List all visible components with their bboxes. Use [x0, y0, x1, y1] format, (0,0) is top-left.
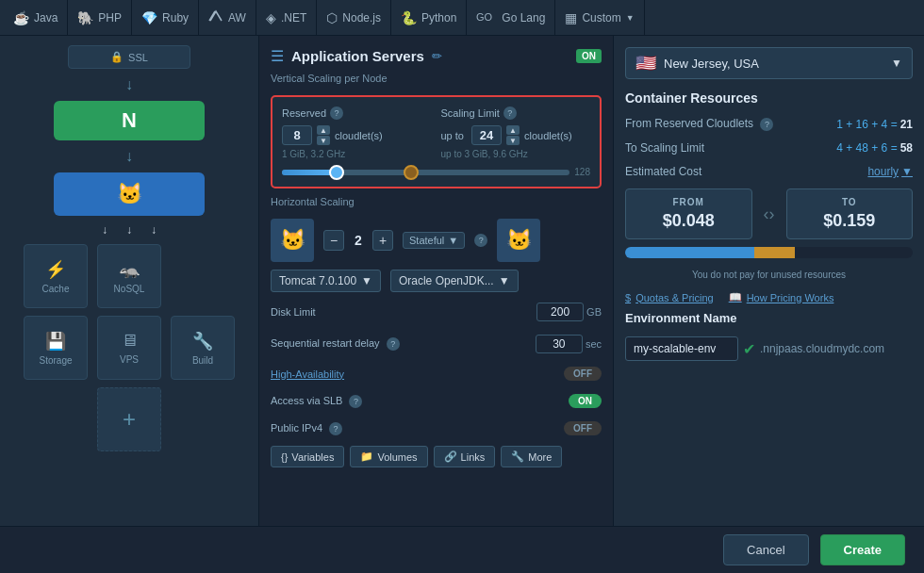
jdk-version-dropdown[interactable]: Oracle OpenJDK... ▼: [390, 270, 519, 292]
book-icon: 📖: [729, 291, 742, 303]
region-selector[interactable]: 🇺🇸 New Jersey, USA ▼: [625, 47, 913, 79]
panel-header: ☰ Application Servers ✏ ON: [271, 47, 602, 65]
from-cloudlets-help-icon[interactable]: ?: [760, 118, 773, 131]
scaling-arrows[interactable]: ▲ ▼: [506, 125, 520, 145]
access-slb-toggle[interactable]: ON: [569, 394, 602, 408]
restart-delay-row: Sequential restart delay ? sec: [271, 332, 602, 356]
restart-delay-input[interactable]: [536, 335, 583, 353]
to-price-box: TO $0.159: [786, 188, 914, 239]
public-ipv4-help-icon[interactable]: ?: [329, 422, 342, 435]
stateful-dropdown[interactable]: Stateful ▼: [403, 232, 465, 249]
to-total: 58: [900, 141, 913, 155]
high-availability-toggle[interactable]: OFF: [564, 367, 602, 381]
java-icon: ☕: [13, 10, 29, 25]
tab-golang[interactable]: GO Go Lang: [467, 0, 555, 35]
tab-python[interactable]: 🐍 Python: [391, 0, 467, 35]
scaling-cloudlets-label: cloudlet(s): [524, 130, 572, 141]
env-name-input[interactable]: [625, 336, 738, 361]
tomcat-icon-horiz-right: 🐱: [497, 219, 540, 262]
quotas-pricing-link[interactable]: $ Quotas & Pricing: [625, 292, 714, 303]
add-block[interactable]: +: [97, 387, 161, 451]
slider-max-label: 128: [574, 167, 590, 177]
nosql-block[interactable]: 🦡 NoSQL: [97, 244, 161, 308]
storage-block[interactable]: 💾 Storage: [24, 316, 88, 380]
vps-icon: 🖥: [121, 331, 138, 351]
env-domain: .nnjpaas.cloudmydc.com: [760, 342, 884, 355]
public-ipv4-toggle[interactable]: OFF: [564, 421, 602, 435]
tab-ruby[interactable]: 💎 Ruby: [132, 0, 199, 35]
cost-period-dropdown[interactable]: hourly ▼: [867, 165, 913, 178]
cache-block[interactable]: ⚡ Cache: [24, 244, 88, 308]
bottom-row: ⚡ Cache 🦡 NoSQL: [24, 244, 235, 308]
scaling-up-arrow[interactable]: ▲: [506, 125, 520, 135]
restart-help-icon[interactable]: ?: [387, 337, 400, 351]
reserved-section: Reserved ? 8 ▲ ▼ cloudlet(s) 1 GiB, 3.2 …: [282, 106, 432, 159]
volumes-button[interactable]: 📁 Volumes: [350, 446, 427, 467]
more-button[interactable]: 🔧 More: [501, 446, 562, 467]
tab-java[interactable]: ☕ Java: [4, 0, 68, 35]
high-availability-row: High-Availability OFF: [271, 364, 602, 384]
on-badge[interactable]: ON: [576, 49, 602, 63]
scaling-help-icon[interactable]: ?: [503, 106, 517, 120]
tab-aw[interactable]: AW: [199, 0, 256, 35]
links-button[interactable]: 🔗 Links: [434, 446, 496, 467]
how-pricing-link[interactable]: 📖 How Pricing Works: [729, 291, 834, 303]
node-count-minus[interactable]: −: [323, 230, 344, 251]
reserved-up-arrow[interactable]: ▲: [317, 125, 330, 135]
chevron-down-icon: ▼: [626, 13, 635, 23]
tomcat-version-dropdown[interactable]: Tomcat 7.0.100 ▼: [271, 270, 381, 292]
high-availability-link[interactable]: High-Availability: [271, 368, 344, 380]
more-icon: 🔧: [511, 450, 524, 463]
node-count-plus[interactable]: +: [372, 230, 393, 251]
to-cloudlets-math: 4 + 48 + 6 = 58: [836, 141, 913, 155]
disk-limit-unit: GB: [586, 306, 602, 318]
disk-limit-input[interactable]: [536, 303, 584, 321]
build-block[interactable]: 🔧 Build: [171, 316, 235, 380]
reserved-help-icon[interactable]: ?: [330, 106, 343, 120]
nginx-block[interactable]: N: [54, 101, 205, 140]
cost-period-chevron-icon: ▼: [901, 165, 913, 178]
slider-track[interactable]: [282, 170, 569, 175]
cancel-button[interactable]: Cancel: [723, 534, 808, 565]
stateful-dropdown-arrow: ▼: [448, 235, 458, 246]
volumes-icon: 📁: [360, 450, 373, 463]
tab-net-label: .NET: [281, 11, 306, 25]
nginx-icon: N: [122, 108, 137, 133]
edit-icon[interactable]: ✏: [432, 49, 442, 63]
tomcat-block[interactable]: 🐱: [54, 172, 205, 216]
arrow-down-4: ↓: [126, 223, 132, 237]
estimated-cost-row: Estimated Cost hourly ▼: [625, 165, 913, 178]
tab-net[interactable]: ◈ .NET: [256, 0, 317, 35]
disk-limit-label: Disk Limit: [271, 306, 316, 318]
tab-nodejs-label: Node.js: [342, 11, 381, 25]
slider-row: 128: [282, 167, 590, 177]
quotas-pricing-label: Quotas & Pricing: [635, 292, 714, 303]
env-input-row: ✔ .nnjpaas.cloudmydc.com: [625, 336, 913, 361]
tab-php-label: PHP: [98, 11, 122, 25]
tab-nodejs[interactable]: ⬡ Node.js: [317, 0, 391, 35]
slider-thumb-scaling[interactable]: [404, 165, 419, 180]
top-navigation: ☕ Java 🐘 PHP 💎 Ruby AW ◈ .NET ⬡ Node.js …: [0, 0, 924, 36]
public-ipv4-row: Public IPv4 ? OFF: [271, 418, 602, 438]
tab-php[interactable]: 🐘 PHP: [68, 0, 132, 35]
reserved-down-arrow[interactable]: ▼: [317, 136, 330, 145]
scaling-value: 24: [471, 125, 502, 145]
resources-title: Container Resources: [625, 90, 913, 106]
tab-custom[interactable]: ▦ Custom ▼: [555, 0, 644, 35]
access-slb-help-icon[interactable]: ?: [349, 395, 362, 408]
to-price-value: $0.159: [795, 211, 905, 231]
vps-block[interactable]: 🖥 VPS: [97, 316, 161, 380]
action-bar: Cancel Create: [0, 526, 924, 573]
reserved-arrows[interactable]: ▲ ▼: [317, 125, 330, 145]
stateful-help-icon[interactable]: ?: [474, 234, 487, 247]
svg-text:GO: GO: [476, 11, 493, 23]
variables-button[interactable]: {} Variables: [271, 446, 344, 467]
python-icon: 🐍: [401, 10, 417, 25]
slider-thumb-reserved[interactable]: [329, 165, 344, 180]
scaling-down-arrow[interactable]: ▼: [506, 136, 520, 145]
pricing-progress-bar: [625, 247, 913, 258]
ssl-block[interactable]: 🔒 SSL: [68, 45, 190, 69]
create-button[interactable]: Create: [820, 534, 905, 565]
aw-icon: [208, 9, 223, 25]
dollar-icon: $: [625, 292, 631, 303]
